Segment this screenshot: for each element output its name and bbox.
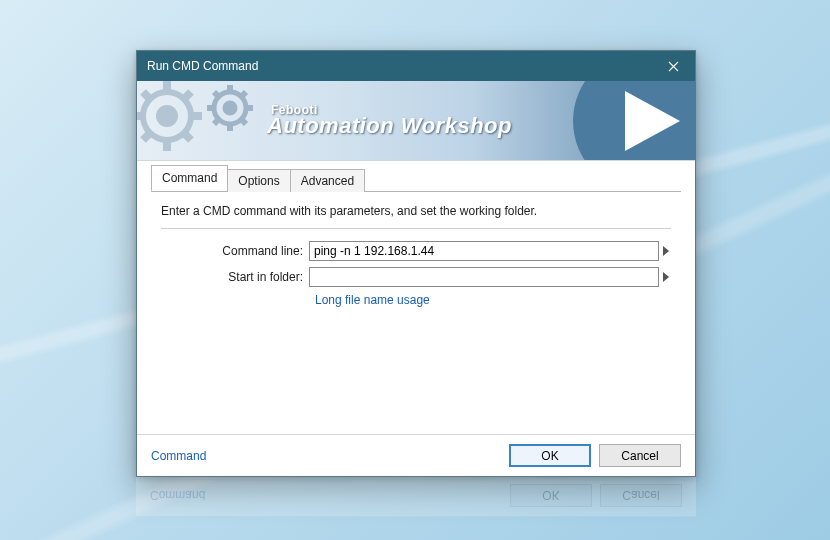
tab-panel: Enter a CMD command with its parameters,… xyxy=(151,191,681,317)
close-icon xyxy=(668,61,679,72)
start-in-input[interactable] xyxy=(309,267,659,287)
row-command-line: Command line: xyxy=(161,241,671,261)
banner-text: Febooti Automation Workshop xyxy=(267,103,512,139)
svg-line-8 xyxy=(143,134,149,140)
tab-command[interactable]: Command xyxy=(151,165,228,191)
svg-line-7 xyxy=(185,134,191,140)
dialog-window: Run CMD Command xyxy=(136,50,696,477)
tab-options[interactable]: Options xyxy=(227,169,290,192)
titlebar: Run CMD Command xyxy=(137,51,695,81)
instruction-text: Enter a CMD command with its parameters,… xyxy=(161,204,671,218)
svg-line-18 xyxy=(214,120,218,124)
command-line-label: Command line: xyxy=(161,244,309,258)
chevron-right-icon xyxy=(663,246,669,256)
svg-point-1 xyxy=(159,108,175,124)
play-icon xyxy=(570,81,695,161)
svg-line-9 xyxy=(185,92,191,98)
command-line-expand-button[interactable] xyxy=(661,241,671,261)
start-in-expand-button[interactable] xyxy=(661,267,671,287)
svg-point-11 xyxy=(225,103,235,113)
cancel-button[interactable]: Cancel xyxy=(599,444,681,467)
footer-status-link[interactable]: Command xyxy=(151,449,206,463)
banner: Febooti Automation Workshop xyxy=(137,81,695,161)
start-in-label: Start in folder: xyxy=(161,270,309,284)
tabstrip: Command Options Advanced xyxy=(137,161,695,191)
banner-title: Automation Workshop xyxy=(267,113,512,139)
row-start-in: Start in folder: xyxy=(161,267,671,287)
long-file-name-link[interactable]: Long file name usage xyxy=(315,293,430,307)
close-button[interactable] xyxy=(651,51,695,81)
gears-icon xyxy=(137,81,277,161)
svg-line-6 xyxy=(143,92,149,98)
divider xyxy=(161,228,671,229)
command-line-input[interactable] xyxy=(309,241,659,261)
svg-marker-22 xyxy=(663,246,669,256)
svg-marker-23 xyxy=(663,272,669,282)
window-title: Run CMD Command xyxy=(147,51,258,81)
ok-button[interactable]: OK xyxy=(509,444,591,467)
svg-line-16 xyxy=(214,92,218,96)
tab-advanced[interactable]: Advanced xyxy=(290,169,365,192)
svg-line-19 xyxy=(242,92,246,96)
chevron-right-icon xyxy=(663,272,669,282)
link-row: Long file name usage xyxy=(315,293,671,307)
svg-line-17 xyxy=(242,120,246,124)
footer: Command OK Cancel xyxy=(137,434,695,476)
